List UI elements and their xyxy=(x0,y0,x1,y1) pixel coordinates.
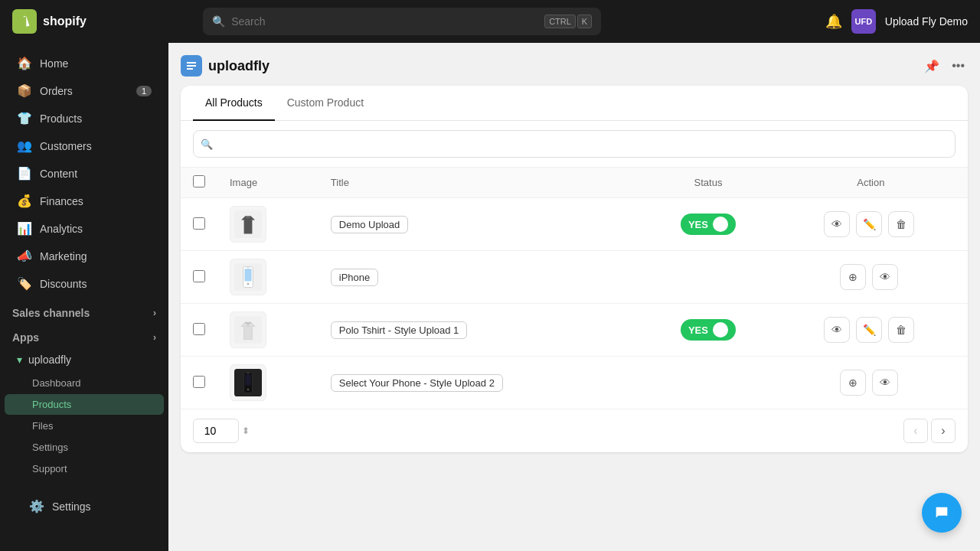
delete-button[interactable]: 🗑 xyxy=(888,211,914,237)
view-button[interactable]: 👁 xyxy=(872,264,898,290)
prev-page-button[interactable]: ‹ xyxy=(903,419,928,443)
sidebar-item-label: Home xyxy=(40,57,68,70)
folder-open-icon: ▾ xyxy=(17,354,22,366)
sidebar-item-orders[interactable]: 📦 Orders 1 xyxy=(5,77,164,104)
sidebar-item-label: Orders xyxy=(40,85,73,97)
sidebar-item-analytics[interactable]: 📊 Analytics xyxy=(5,215,164,242)
sidebar-sub-item-support[interactable]: Support xyxy=(5,458,164,479)
svg-rect-5 xyxy=(247,267,250,268)
view-button[interactable]: 👁 xyxy=(824,317,850,343)
sidebar-item-uploadfly-app[interactable]: ▾ uploadfly xyxy=(5,347,164,372)
sidebar-sub-item-files[interactable]: Files xyxy=(5,416,164,436)
search-bar[interactable]: 🔍 CTRL K xyxy=(203,8,601,35)
row-checkbox[interactable] xyxy=(193,270,205,282)
uploadfly-app-label: uploadfly xyxy=(28,354,71,366)
table-row: iPhone ⊕ 👁 xyxy=(181,251,968,304)
sidebar-sub-item-products[interactable]: Products xyxy=(5,394,164,415)
marketing-icon: 📣 xyxy=(17,249,32,263)
apps-header[interactable]: Apps › xyxy=(0,322,168,347)
app-icon xyxy=(181,55,202,77)
app-header: uploadfly 📌 ••• xyxy=(181,55,968,77)
svg-rect-10 xyxy=(245,374,250,385)
sidebar-item-discounts[interactable]: 🏷️ Discounts xyxy=(5,270,164,297)
expand-icon: › xyxy=(153,332,156,343)
content-icon: 📄 xyxy=(17,166,32,181)
sidebar-item-customers[interactable]: 👥 Customers xyxy=(5,132,164,159)
sidebar-item-home[interactable]: 🏠 Home xyxy=(5,50,164,77)
row-checkbox[interactable] xyxy=(193,323,205,335)
products-sub-label: Products xyxy=(32,399,71,410)
sidebar-item-marketing[interactable]: 📣 Marketing xyxy=(5,243,164,269)
sidebar-sub-item-settings[interactable]: Settings xyxy=(5,437,164,458)
toggle-circle xyxy=(713,217,728,232)
add-button[interactable]: ⊕ xyxy=(840,370,866,396)
sidebar-bottom: ⚙️ Settings xyxy=(0,480,168,533)
product-image xyxy=(230,311,266,348)
shopify-logo-icon xyxy=(12,9,37,34)
per-page-input[interactable] xyxy=(193,419,239,443)
select-all-checkbox[interactable] xyxy=(193,175,205,187)
sidebar-item-settings-main[interactable]: ⚙️ Settings xyxy=(17,493,152,520)
chat-button[interactable] xyxy=(922,493,962,533)
settings-icon: ⚙️ xyxy=(29,499,44,514)
k-key: K xyxy=(577,15,592,28)
tab-bar: All Products Custom Product xyxy=(181,86,968,121)
view-button[interactable]: 👁 xyxy=(824,211,850,237)
search-wrap xyxy=(193,130,956,158)
pin-button[interactable]: 📌 xyxy=(921,56,942,77)
search-input[interactable] xyxy=(231,15,538,28)
status-label: YES xyxy=(688,324,708,336)
add-button[interactable]: ⊕ xyxy=(840,264,866,290)
table-search-input[interactable] xyxy=(193,130,956,158)
sales-channels-header[interactable]: Sales channels › xyxy=(0,298,168,322)
row-checkbox[interactable] xyxy=(193,376,205,388)
search-shortcut: CTRL K xyxy=(544,15,592,28)
svg-point-11 xyxy=(247,389,250,391)
products-icon: 👕 xyxy=(17,111,32,126)
more-options-button[interactable]: ••• xyxy=(949,56,968,77)
orders-badge: 1 xyxy=(136,86,152,96)
sidebar-item-finances[interactable]: 💰 Finances xyxy=(5,187,164,214)
table-row: Polo Tshirt - Style Upload 1 YES 👁 ✏️ 🗑 xyxy=(181,304,968,357)
edit-button[interactable]: ✏️ xyxy=(856,211,882,237)
customers-icon: 👥 xyxy=(17,139,32,153)
home-icon: 🏠 xyxy=(17,56,32,70)
finances-icon: 💰 xyxy=(17,194,32,208)
products-table: Image Title Status Action xyxy=(181,168,968,409)
tab-all-products[interactable]: All Products xyxy=(193,86,275,121)
tab-custom-product[interactable]: Custom Product xyxy=(275,86,376,121)
product-image xyxy=(230,364,266,401)
product-title-tag: iPhone xyxy=(331,269,378,286)
sidebar-item-products[interactable]: 👕 Products xyxy=(5,105,164,132)
product-image xyxy=(230,259,266,295)
app-subitems: ▾ uploadfly Dashboard Products Files Set… xyxy=(0,347,168,479)
table-row: Select Your Phone - Style Upload 2 ⊕ 👁 xyxy=(181,357,968,409)
product-title-tag: Select Your Phone - Style Upload 2 xyxy=(331,374,503,392)
products-card: All Products Custom Product Image xyxy=(181,86,968,452)
settings-sub-label: Settings xyxy=(32,442,68,453)
status-toggle[interactable]: YES xyxy=(681,319,736,341)
sidebar-sub-item-dashboard[interactable]: Dashboard xyxy=(5,373,164,393)
svg-rect-3 xyxy=(245,269,252,281)
next-page-button[interactable]: › xyxy=(931,419,956,443)
discounts-icon: 🏷️ xyxy=(17,276,32,291)
edit-button[interactable]: ✏️ xyxy=(856,317,882,343)
toggle-circle xyxy=(713,322,728,337)
status-label: YES xyxy=(688,219,708,230)
ctrl-key: CTRL xyxy=(544,15,576,28)
col-action: Action xyxy=(774,168,968,198)
sidebar-item-content[interactable]: 📄 Content xyxy=(5,160,164,187)
expand-icon: › xyxy=(153,308,156,318)
content-area: uploadfly 📌 ••• All Products Custom Prod… xyxy=(168,43,980,551)
topbar: shopify 🔍 CTRL K 🔔 UFD Upload Fly Demo xyxy=(0,0,980,43)
dashboard-label: Dashboard xyxy=(32,377,81,389)
status-toggle[interactable]: YES xyxy=(681,214,736,235)
row-checkbox[interactable] xyxy=(193,217,205,230)
avatar: UFD xyxy=(851,9,876,34)
svg-point-4 xyxy=(247,283,250,285)
notification-icon[interactable]: 🔔 xyxy=(825,13,842,30)
app-title-row: uploadfly xyxy=(181,55,270,77)
delete-button[interactable]: 🗑 xyxy=(888,317,914,343)
view-button[interactable]: 👁 xyxy=(872,370,898,396)
sidebar-item-label: Customers xyxy=(40,140,92,152)
